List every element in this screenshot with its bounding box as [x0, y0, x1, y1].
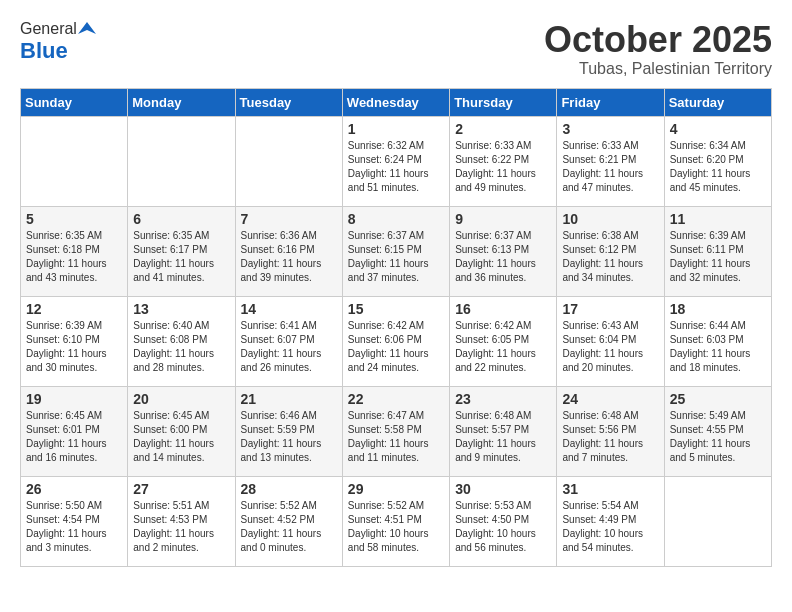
- day-info: Sunrise: 5:52 AMSunset: 4:52 PMDaylight:…: [241, 499, 337, 555]
- day-info: Sunrise: 5:50 AMSunset: 4:54 PMDaylight:…: [26, 499, 122, 555]
- calendar-cell: 12Sunrise: 6:39 AMSunset: 6:10 PMDayligh…: [21, 296, 128, 386]
- calendar-cell: 22Sunrise: 6:47 AMSunset: 5:58 PMDayligh…: [342, 386, 449, 476]
- calendar-table: SundayMondayTuesdayWednesdayThursdayFrid…: [20, 88, 772, 567]
- day-number: 30: [455, 481, 551, 497]
- day-info: Sunrise: 6:34 AMSunset: 6:20 PMDaylight:…: [670, 139, 766, 195]
- calendar-cell: 7Sunrise: 6:36 AMSunset: 6:16 PMDaylight…: [235, 206, 342, 296]
- logo: General Blue: [20, 20, 96, 64]
- day-info: Sunrise: 6:42 AMSunset: 6:05 PMDaylight:…: [455, 319, 551, 375]
- month-title: October 2025: [544, 20, 772, 60]
- day-info: Sunrise: 6:38 AMSunset: 6:12 PMDaylight:…: [562, 229, 658, 285]
- day-number: 5: [26, 211, 122, 227]
- column-header-saturday: Saturday: [664, 88, 771, 116]
- day-number: 14: [241, 301, 337, 317]
- day-number: 18: [670, 301, 766, 317]
- day-number: 21: [241, 391, 337, 407]
- calendar-cell: 4Sunrise: 6:34 AMSunset: 6:20 PMDaylight…: [664, 116, 771, 206]
- calendar-cell: 21Sunrise: 6:46 AMSunset: 5:59 PMDayligh…: [235, 386, 342, 476]
- calendar-cell: [664, 476, 771, 566]
- calendar-cell: 8Sunrise: 6:37 AMSunset: 6:15 PMDaylight…: [342, 206, 449, 296]
- svg-marker-0: [78, 22, 96, 34]
- day-info: Sunrise: 5:49 AMSunset: 4:55 PMDaylight:…: [670, 409, 766, 465]
- calendar-cell: 27Sunrise: 5:51 AMSunset: 4:53 PMDayligh…: [128, 476, 235, 566]
- calendar-cell: 10Sunrise: 6:38 AMSunset: 6:12 PMDayligh…: [557, 206, 664, 296]
- day-number: 29: [348, 481, 444, 497]
- day-number: 26: [26, 481, 122, 497]
- day-number: 24: [562, 391, 658, 407]
- day-info: Sunrise: 6:37 AMSunset: 6:15 PMDaylight:…: [348, 229, 444, 285]
- calendar-cell: 14Sunrise: 6:41 AMSunset: 6:07 PMDayligh…: [235, 296, 342, 386]
- day-info: Sunrise: 6:33 AMSunset: 6:22 PMDaylight:…: [455, 139, 551, 195]
- page-header: General Blue October 2025 Tubas, Palesti…: [20, 20, 772, 78]
- day-info: Sunrise: 6:46 AMSunset: 5:59 PMDaylight:…: [241, 409, 337, 465]
- calendar-cell: 17Sunrise: 6:43 AMSunset: 6:04 PMDayligh…: [557, 296, 664, 386]
- calendar-cell: 2Sunrise: 6:33 AMSunset: 6:22 PMDaylight…: [450, 116, 557, 206]
- day-info: Sunrise: 5:54 AMSunset: 4:49 PMDaylight:…: [562, 499, 658, 555]
- day-info: Sunrise: 6:43 AMSunset: 6:04 PMDaylight:…: [562, 319, 658, 375]
- day-info: Sunrise: 6:32 AMSunset: 6:24 PMDaylight:…: [348, 139, 444, 195]
- calendar-cell: 31Sunrise: 5:54 AMSunset: 4:49 PMDayligh…: [557, 476, 664, 566]
- day-info: Sunrise: 6:42 AMSunset: 6:06 PMDaylight:…: [348, 319, 444, 375]
- calendar-cell: 1Sunrise: 6:32 AMSunset: 6:24 PMDaylight…: [342, 116, 449, 206]
- day-info: Sunrise: 6:35 AMSunset: 6:17 PMDaylight:…: [133, 229, 229, 285]
- day-info: Sunrise: 5:53 AMSunset: 4:50 PMDaylight:…: [455, 499, 551, 555]
- day-number: 2: [455, 121, 551, 137]
- calendar-cell: 9Sunrise: 6:37 AMSunset: 6:13 PMDaylight…: [450, 206, 557, 296]
- calendar-cell: 24Sunrise: 6:48 AMSunset: 5:56 PMDayligh…: [557, 386, 664, 476]
- calendar-cell: 15Sunrise: 6:42 AMSunset: 6:06 PMDayligh…: [342, 296, 449, 386]
- calendar-cell: 20Sunrise: 6:45 AMSunset: 6:00 PMDayligh…: [128, 386, 235, 476]
- calendar-cell: 26Sunrise: 5:50 AMSunset: 4:54 PMDayligh…: [21, 476, 128, 566]
- calendar-cell: [21, 116, 128, 206]
- column-header-friday: Friday: [557, 88, 664, 116]
- day-info: Sunrise: 6:39 AMSunset: 6:10 PMDaylight:…: [26, 319, 122, 375]
- day-info: Sunrise: 6:40 AMSunset: 6:08 PMDaylight:…: [133, 319, 229, 375]
- calendar-header-row: SundayMondayTuesdayWednesdayThursdayFrid…: [21, 88, 772, 116]
- calendar-cell: 18Sunrise: 6:44 AMSunset: 6:03 PMDayligh…: [664, 296, 771, 386]
- calendar-cell: 5Sunrise: 6:35 AMSunset: 6:18 PMDaylight…: [21, 206, 128, 296]
- calendar-cell: 19Sunrise: 6:45 AMSunset: 6:01 PMDayligh…: [21, 386, 128, 476]
- day-info: Sunrise: 6:45 AMSunset: 6:01 PMDaylight:…: [26, 409, 122, 465]
- day-info: Sunrise: 6:48 AMSunset: 5:57 PMDaylight:…: [455, 409, 551, 465]
- day-number: 16: [455, 301, 551, 317]
- day-info: Sunrise: 6:33 AMSunset: 6:21 PMDaylight:…: [562, 139, 658, 195]
- day-info: Sunrise: 6:36 AMSunset: 6:16 PMDaylight:…: [241, 229, 337, 285]
- column-header-sunday: Sunday: [21, 88, 128, 116]
- calendar-cell: 13Sunrise: 6:40 AMSunset: 6:08 PMDayligh…: [128, 296, 235, 386]
- logo-blue-text: Blue: [20, 38, 68, 64]
- day-info: Sunrise: 6:41 AMSunset: 6:07 PMDaylight:…: [241, 319, 337, 375]
- day-number: 6: [133, 211, 229, 227]
- calendar-cell: 3Sunrise: 6:33 AMSunset: 6:21 PMDaylight…: [557, 116, 664, 206]
- day-number: 13: [133, 301, 229, 317]
- day-number: 12: [26, 301, 122, 317]
- column-header-wednesday: Wednesday: [342, 88, 449, 116]
- day-info: Sunrise: 6:48 AMSunset: 5:56 PMDaylight:…: [562, 409, 658, 465]
- day-number: 10: [562, 211, 658, 227]
- day-number: 17: [562, 301, 658, 317]
- calendar-cell: 16Sunrise: 6:42 AMSunset: 6:05 PMDayligh…: [450, 296, 557, 386]
- column-header-monday: Monday: [128, 88, 235, 116]
- day-number: 9: [455, 211, 551, 227]
- day-number: 25: [670, 391, 766, 407]
- day-info: Sunrise: 5:52 AMSunset: 4:51 PMDaylight:…: [348, 499, 444, 555]
- calendar-week-row: 12Sunrise: 6:39 AMSunset: 6:10 PMDayligh…: [21, 296, 772, 386]
- logo-bird-icon: [78, 20, 96, 38]
- calendar-week-row: 19Sunrise: 6:45 AMSunset: 6:01 PMDayligh…: [21, 386, 772, 476]
- logo-general-text: General: [20, 20, 77, 38]
- column-header-tuesday: Tuesday: [235, 88, 342, 116]
- calendar-cell: 6Sunrise: 6:35 AMSunset: 6:17 PMDaylight…: [128, 206, 235, 296]
- day-number: 3: [562, 121, 658, 137]
- calendar-cell: [235, 116, 342, 206]
- day-number: 22: [348, 391, 444, 407]
- calendar-cell: 30Sunrise: 5:53 AMSunset: 4:50 PMDayligh…: [450, 476, 557, 566]
- day-info: Sunrise: 6:39 AMSunset: 6:11 PMDaylight:…: [670, 229, 766, 285]
- day-info: Sunrise: 5:51 AMSunset: 4:53 PMDaylight:…: [133, 499, 229, 555]
- column-header-thursday: Thursday: [450, 88, 557, 116]
- day-number: 27: [133, 481, 229, 497]
- calendar-cell: 25Sunrise: 5:49 AMSunset: 4:55 PMDayligh…: [664, 386, 771, 476]
- day-number: 7: [241, 211, 337, 227]
- day-number: 19: [26, 391, 122, 407]
- day-info: Sunrise: 6:35 AMSunset: 6:18 PMDaylight:…: [26, 229, 122, 285]
- calendar-week-row: 26Sunrise: 5:50 AMSunset: 4:54 PMDayligh…: [21, 476, 772, 566]
- calendar-cell: 23Sunrise: 6:48 AMSunset: 5:57 PMDayligh…: [450, 386, 557, 476]
- location-title: Tubas, Palestinian Territory: [544, 60, 772, 78]
